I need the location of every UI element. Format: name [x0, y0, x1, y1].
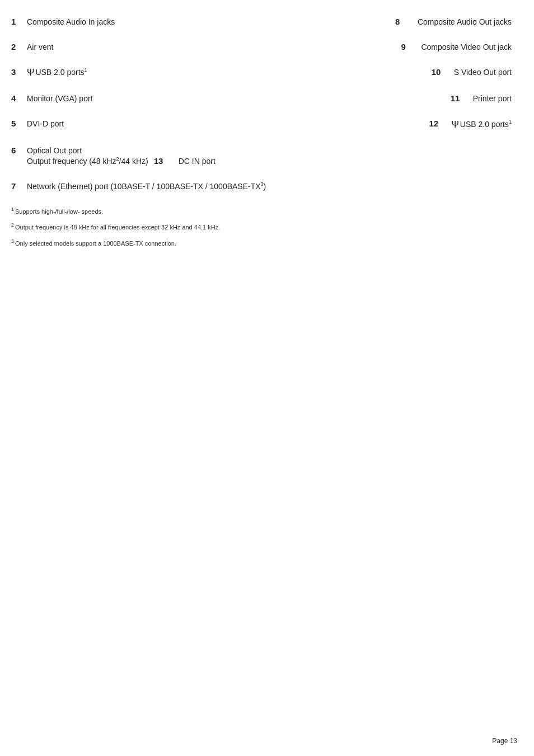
item-number-12: 12	[429, 119, 451, 128]
list-item-7: 7 Network (Ethernet) port (10BASE-T / 10…	[11, 181, 512, 191]
list-item-3: 3 ΨUSB 2.0 ports1 10 S Video Out port	[11, 67, 512, 78]
usb-icon-right-12: Ψ	[451, 120, 458, 130]
item-number-4: 4	[11, 93, 27, 103]
footnote-2: 2Output frequency is 48 kHz for all freq…	[11, 222, 512, 231]
footnote-num-3: 3	[11, 238, 14, 244]
sup-1-left: 1	[85, 67, 87, 73]
footnote-3: 3Only selected models support a 1000BASE…	[11, 238, 512, 247]
item-label-5: DVI-D port	[27, 119, 423, 128]
row6-top: 6 Optical Out port	[11, 145, 512, 155]
item-number-8: 8	[395, 17, 418, 26]
footnote-1: 1Supports high-/full-/low- speeds.	[11, 206, 512, 215]
item-label-10: S Video Out port	[454, 68, 512, 77]
sup-1-right: 1	[509, 119, 512, 125]
item-label-12: ΨUSB 2.0 ports1	[451, 119, 512, 130]
item-number-2: 2	[11, 42, 27, 51]
item-label-7: Network (Ethernet) port (10BASE-T / 100B…	[27, 181, 512, 191]
main-content: 1 Composite Audio In jacks 8 Composite A…	[11, 11, 512, 247]
item-number-10: 10	[432, 67, 454, 77]
footnotes-section: 1Supports high-/full-/low- speeds. 2Outp…	[11, 206, 512, 247]
item-label-3: ΨUSB 2.0 ports1	[27, 67, 426, 78]
item-number-11: 11	[451, 93, 473, 103]
usb-icon-left-3: Ψ	[27, 68, 34, 78]
item-number-5: 5	[11, 119, 27, 128]
page-number: Page 13	[492, 737, 517, 745]
item-number-9: 9	[401, 42, 421, 51]
item-label-11: Printer port	[473, 94, 512, 103]
item-label-6-top: Optical Out port	[27, 146, 82, 155]
list-item-4: 4 Monitor (VGA) port 11 Printer port	[11, 93, 512, 103]
footnote-text-2: Output frequency is 48 kHz for all frequ…	[15, 224, 220, 231]
footnote-text-1: Supports high-/full-/low- speeds.	[15, 208, 103, 214]
item-number-13: 13	[154, 156, 179, 166]
item-label-6-bottom: Output frequency (48 kHz2/44 kHz)	[27, 156, 148, 166]
row6-bottom: Output frequency (48 kHz2/44 kHz) 13 DC …	[11, 156, 512, 166]
footnote-num-1: 1	[11, 206, 14, 212]
item-label-9: Composite Video Out jack	[421, 43, 512, 51]
item-number-6: 6	[11, 145, 27, 155]
footnote-num-2: 2	[11, 222, 14, 228]
item-label-13: DC IN port	[179, 157, 216, 166]
item-number-3: 3	[11, 67, 27, 77]
footnote-text-3: Only selected models support a 1000BASE-…	[15, 240, 176, 247]
item-label-2: Air vent	[27, 43, 395, 51]
item-number-7: 7	[11, 181, 27, 191]
item-label-4: Monitor (VGA) port	[27, 94, 445, 103]
item-label-1: Composite Audio In jacks	[27, 17, 390, 26]
list-item-5: 5 DVI-D port 12 ΨUSB 2.0 ports1	[11, 119, 512, 129]
item-label-8: Composite Audio Out jacks	[418, 17, 512, 26]
list-item-1: 1 Composite Audio In jacks 8 Composite A…	[11, 17, 512, 26]
item-number-1: 1	[11, 17, 27, 26]
list-item-2: 2 Air vent 9 Composite Video Out jack	[11, 42, 512, 51]
list-item-6: 6 Optical Out port Output frequency (48 …	[11, 145, 512, 166]
